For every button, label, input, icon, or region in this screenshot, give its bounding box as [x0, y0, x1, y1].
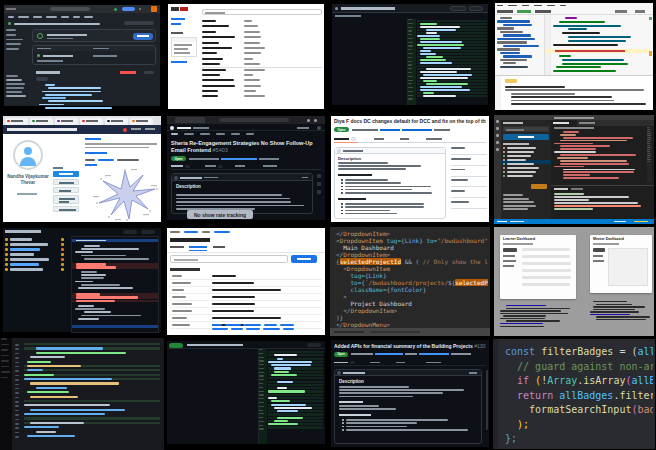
pr-meta-skeleton: [405, 353, 417, 355]
skeleton-bar: [259, 402, 264, 403]
skeleton-bar: [176, 198, 290, 200]
skeleton-bar: [244, 47, 265, 49]
skeleton-bar: [423, 74, 472, 76]
skeleton-row: [212, 289, 292, 291]
skeleton-bar: [341, 186, 343, 188]
skeleton-bar: [15, 370, 19, 372]
skeleton-row: [5, 263, 59, 266]
skeleton-bar: [647, 151, 650, 152]
code-line: to={`/bwdashboard/projects/${selectedPro…: [336, 279, 488, 286]
skeleton-row: [75, 287, 155, 289]
skeleton-row: [259, 349, 267, 350]
skeleton-row: [268, 423, 323, 425]
skeleton-row: [417, 56, 487, 58]
skeleton-row: [554, 208, 650, 210]
skeleton-bar: [131, 128, 141, 130]
terminal-output-skeleton: [554, 193, 650, 212]
skeleton-bar: [522, 262, 571, 265]
skeleton-bar: [212, 282, 254, 284]
skeleton-row: [259, 402, 267, 403]
code-line: );: [505, 418, 653, 433]
avatar: [317, 126, 321, 130]
skeleton-bar: [341, 179, 343, 181]
skeleton-bar: [560, 134, 576, 136]
skeleton-bar: [176, 205, 304, 207]
placeholder-skeleton: [174, 259, 198, 261]
tree-skeleton: [497, 17, 541, 69]
skeleton-row: [497, 48, 541, 50]
browser-tab: [130, 118, 153, 125]
skeleton-row: [15, 410, 20, 412]
skeleton-row: [497, 45, 541, 47]
skeleton-bar: [560, 148, 596, 150]
skeleton-bar: [61, 248, 64, 251]
skeleton-bar: [84, 245, 100, 247]
skeleton-bar: [212, 317, 281, 319]
subhead-skeleton: [339, 414, 371, 416]
code-token: DropdownMenu: [343, 321, 386, 328]
diff-lines-skeleton: [24, 343, 160, 439]
skeleton-bar: [212, 296, 255, 298]
skeleton-row: [408, 98, 416, 99]
diff-file-header: [36, 71, 60, 74]
skeleton-bar: [553, 44, 618, 46]
repo-name-skeleton: [193, 127, 209, 129]
skeleton-bar: [500, 323, 543, 324]
skeleton-row: [0, 377, 12, 379]
code-line: formatSearchInput(badgeNa: [505, 403, 653, 418]
skeleton-bar: [500, 326, 544, 327]
skeleton-row: [503, 147, 549, 149]
skeleton-row: [417, 32, 487, 34]
skeleton-bar: [341, 182, 343, 184]
skeleton-row: [24, 374, 160, 376]
skeleton-row: [244, 90, 284, 92]
code-token: return: [517, 390, 559, 401]
skeleton-row: [522, 276, 572, 279]
skeleton-bar: [15, 423, 19, 425]
skeleton-bar: [259, 368, 264, 369]
skeleton-bar: [111, 120, 123, 122]
skeleton-bar: [244, 79, 260, 81]
code-token: Array: [547, 375, 577, 386]
skeleton-bar: [42, 91, 101, 93]
skeleton-bar: [503, 175, 505, 177]
favicon: [82, 120, 85, 123]
diff-left-empty-pane: [332, 19, 408, 105]
skeleton-bar: [36, 352, 126, 354]
screenshot-filterbadges-code-zoom: const filterBadges = (allBadges // guard…: [492, 338, 656, 450]
tab-skeleton: [426, 362, 441, 364]
skeleton-row: [72, 266, 158, 269]
skeleton-row: [172, 303, 196, 305]
repo-nav-skeleton: [171, 133, 301, 135]
screenshot-editor-diff-green-dark: [0, 338, 164, 450]
context-lines-skeleton: [75, 305, 155, 321]
table-header: [33, 46, 155, 51]
skeleton-row: [341, 192, 441, 194]
skeleton-bar: [271, 364, 311, 366]
skeleton-row: [24, 378, 160, 380]
skeleton-bar: [30, 422, 84, 424]
skeleton-bar: [342, 429, 344, 431]
skeleton-row: [408, 83, 416, 84]
skeleton-row: [417, 92, 487, 94]
skeleton-bar: [24, 378, 112, 380]
skeleton-row: [75, 248, 155, 250]
skeleton-row: [24, 369, 160, 371]
skeleton-bar: [277, 387, 287, 389]
skeleton-bar: [500, 313, 568, 314]
tab-count-chip: [218, 165, 223, 169]
skeleton-bar: [408, 42, 413, 43]
skeleton-row: [268, 420, 323, 422]
skeleton-row: [259, 364, 267, 365]
file-tab: [497, 10, 513, 13]
skeleton-bar: [259, 383, 263, 384]
skeleton-row: [268, 367, 323, 369]
page-title-skeleton: [170, 238, 210, 242]
skeleton-bar: [408, 34, 412, 35]
skeleton-bar: [81, 274, 106, 276]
sync-button: [531, 184, 547, 189]
skeleton-bar: [244, 95, 265, 97]
project-tree-panel: [495, 15, 545, 75]
description-heading: Description: [339, 379, 364, 384]
skeleton-bar: [503, 151, 505, 153]
